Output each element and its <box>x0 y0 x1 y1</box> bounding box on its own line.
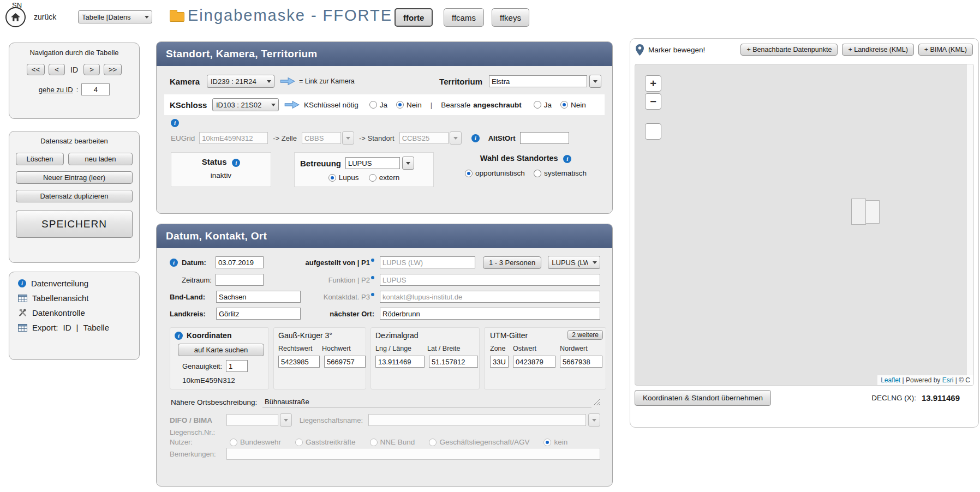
liegenschaftsnummer-label: Liegensch.Nr.: <box>170 428 226 436</box>
kschluessel-ja-radio[interactable]: Ja <box>369 101 387 109</box>
altstort-input[interactable] <box>520 132 569 144</box>
info-icon[interactable] <box>232 159 240 167</box>
attribution-tail: | © C <box>955 376 970 384</box>
datum-input[interactable] <box>216 256 264 268</box>
bima-kml-button[interactable]: + BIMA (KML) <box>918 44 973 56</box>
kschluessel-nein-radio[interactable]: Nein <box>396 101 422 109</box>
bearsafe-ja-radio[interactable]: Ja <box>534 101 552 109</box>
reload-button[interactable]: neu laden <box>68 153 133 165</box>
declng-label: DECLNG (X): <box>871 394 916 402</box>
sidebar-item-export: Export: ID | Tabelle <box>18 323 130 332</box>
kschloss-label: KSchloss <box>170 100 212 110</box>
navigation-box: Navigation durch die Tabelle << < ID > >… <box>9 43 140 119</box>
info-icon[interactable] <box>171 119 179 127</box>
liegenschaftsname-input <box>368 414 586 426</box>
eugrid-input <box>199 132 268 144</box>
wahl-systematisch-radio[interactable]: systematisch <box>534 169 587 177</box>
sidebar-item-tabellenansicht[interactable]: Tabellenansicht <box>18 293 130 303</box>
info-icon[interactable] <box>471 134 480 142</box>
territorium-dropdown-button[interactable] <box>589 75 601 88</box>
breite-input[interactable] <box>429 356 478 368</box>
zeitraum-input[interactable] <box>216 274 264 286</box>
p1-select[interactable]: LUPUS (LW <box>548 256 600 269</box>
panel1-header: Standort, Kamera, Territorium <box>157 42 612 66</box>
rechtswert-label: Rechtswert <box>278 345 318 352</box>
save-button[interactable]: SPEICHERN <box>16 211 133 238</box>
p1-select-value: LUPUS (LW <box>552 259 588 267</box>
bundesland-input[interactable] <box>216 291 301 303</box>
nav-first-button[interactable]: << <box>27 64 45 75</box>
export-table-link[interactable]: Tabelle <box>83 323 109 332</box>
nutzer-gaststreitkraefte-radio: Gaststreitkräfte <box>295 438 356 446</box>
map-extra-control-button[interactable] <box>645 123 661 140</box>
landkreise-kml-button[interactable]: + Landkreise (KML) <box>842 44 913 56</box>
table-icon <box>18 324 27 332</box>
info-superscript-icon <box>371 259 374 262</box>
nav-next-button[interactable]: > <box>83 64 100 75</box>
zone-input[interactable] <box>490 356 509 368</box>
record-edit-box: Datensatz bearbeiten Löschen neu laden N… <box>9 131 140 263</box>
utm-more-button[interactable]: 2 weitere <box>567 330 603 340</box>
link-arrow-icon[interactable] <box>284 100 300 109</box>
ortsbeschreibung-input[interactable] <box>262 396 591 408</box>
info-icon[interactable] <box>170 259 178 267</box>
leaflet-link[interactable]: Leaflet <box>881 376 900 384</box>
delete-button[interactable]: Löschen <box>16 153 64 165</box>
eugrid-label: EUGrid <box>171 134 195 142</box>
zelle-input <box>302 132 341 144</box>
wahl-opportunistisch-radio[interactable]: opportunistisch <box>465 169 525 177</box>
panel-datum-kontakt-ort: Datum, Kontakt, Ort Datum: aufgestellt v… <box>156 224 613 487</box>
info-icon[interactable] <box>175 332 183 340</box>
app-tab-fforte[interactable]: fforte <box>395 8 433 27</box>
info-icon[interactable] <box>563 155 571 163</box>
koordinaten-uebernehmen-button[interactable]: Koordinaten & Standort übernehmen <box>635 390 771 406</box>
table-select[interactable]: Tabelle [Datens <box>78 10 152 23</box>
landkreis-input[interactable] <box>216 308 301 320</box>
sidebar-item-datenkontrolle[interactable]: Datenkontrolle <box>18 308 130 317</box>
map-canvas[interactable]: + − Leaflet | Powered by Esri | © C <box>635 64 974 386</box>
hochwert-input[interactable] <box>324 356 366 368</box>
back-link[interactable]: zurück <box>34 13 56 21</box>
nav-prev-button[interactable]: < <box>49 64 65 75</box>
radio-label: Lupus <box>339 173 359 182</box>
nav-last-button[interactable]: >> <box>104 64 122 75</box>
label-text: Funktion | P2 <box>328 276 370 284</box>
goto-id-input[interactable] <box>81 83 110 95</box>
naechster-ort-input[interactable] <box>380 308 600 320</box>
auf-karte-suchen-button[interactable]: auf Karte suchen <box>178 344 264 356</box>
kamera-select[interactable]: ID239 : 21R24 <box>207 75 274 88</box>
export-id-link[interactable]: ID <box>63 323 71 332</box>
nordwert-input[interactable] <box>560 356 602 368</box>
laenge-input[interactable] <box>375 356 425 368</box>
esri-link[interactable]: Esri <box>942 376 954 384</box>
rechtswert-input[interactable] <box>278 356 320 368</box>
tools-box: Datenverteilung Tabellenansicht Datenkon… <box>9 272 140 360</box>
genauigkeit-input[interactable] <box>226 360 248 372</box>
zoom-out-button[interactable]: − <box>645 93 661 110</box>
home-icon[interactable] <box>5 7 26 27</box>
p1-person-input[interactable] <box>380 256 475 268</box>
betreuung-extern-radio[interactable]: extern <box>369 173 400 182</box>
p2-funktion-input[interactable] <box>380 274 600 286</box>
p3-kontakt-input[interactable] <box>380 291 600 303</box>
goto-id-link[interactable]: gehe zu ID <box>39 86 73 94</box>
ostwert-input[interactable] <box>513 356 555 368</box>
app-tab-ffkeys[interactable]: ffkeys <box>492 8 529 27</box>
nutzer-kein-radio: kein <box>543 438 567 446</box>
betreuung-lupus-radio[interactable]: Lupus <box>328 173 359 182</box>
kschloss-select[interactable]: ID103 : 21S02 <box>212 98 279 111</box>
new-entry-button[interactable]: Neuer Eintrag (leer) <box>16 171 133 184</box>
personen-button[interactable]: 1 - 3 Personen <box>483 256 541 269</box>
grid-code-label: 10kmE459N312 <box>182 376 264 385</box>
app-tab-ffcams[interactable]: ffcams <box>444 8 484 27</box>
bearsafe-nein-radio[interactable]: Nein <box>560 101 586 109</box>
benachbarte-datenpunkte-button[interactable]: + Benachbarte Datenpunkte <box>740 44 838 56</box>
sidebar-item-datenverteilung[interactable]: Datenverteilung <box>18 279 130 288</box>
zoom-in-button[interactable]: + <box>645 75 661 92</box>
territorium-input[interactable] <box>489 75 587 87</box>
link-arrow-icon[interactable] <box>280 77 295 86</box>
betreuung-input[interactable] <box>345 157 400 169</box>
betreuung-dropdown-button[interactable] <box>402 157 414 170</box>
duplicate-record-button[interactable]: Datensatz duplizieren <box>16 190 133 202</box>
resize-handle-icon[interactable] <box>593 399 600 406</box>
